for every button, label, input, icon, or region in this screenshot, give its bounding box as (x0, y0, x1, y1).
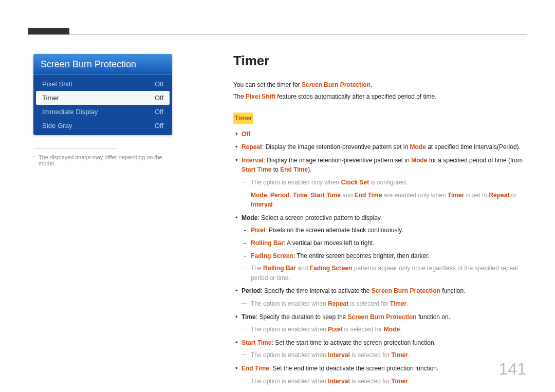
keyword-mode: Mode (384, 326, 400, 333)
osd-menu-body: Pixel Shift Off Timer Off Immediate Disp… (33, 74, 172, 135)
keyword-mode: Mode (411, 157, 427, 164)
text: is configured. (369, 179, 408, 186)
section-marker (28, 28, 69, 34)
keyword-rolling-bar: Rolling Bar (263, 265, 296, 272)
keyword-timer: Timer (390, 300, 406, 307)
menu-row-label: Side Gray (42, 122, 72, 129)
keyword-time: Time (242, 313, 256, 321)
text: : Set the start time to activate the scr… (271, 339, 436, 346)
text: : Pixels on the screen alternate black c… (265, 227, 403, 234)
text: . (371, 81, 372, 88)
intro-paragraph: You can set the timer for Screen Burn Pr… (233, 80, 526, 101)
keyword-repeat: Repeat (489, 192, 509, 199)
keyword-end-time: End Time (355, 192, 382, 199)
text: : Display the image retention-preventive… (264, 157, 411, 164)
text: : The entire screen becomes brighter, th… (293, 252, 430, 259)
keyword-interval: Interval (242, 157, 264, 164)
text: feature stops automatically after a spec… (275, 93, 437, 100)
text: is selected for (350, 378, 392, 385)
keyword-timer: Timer (392, 351, 408, 359)
keyword-repeat: Repeat (242, 143, 262, 151)
text: to (271, 166, 280, 173)
header-rule (28, 34, 527, 35)
text: and (296, 265, 310, 272)
text: . (273, 201, 274, 208)
text: The option is enabled only when (251, 179, 341, 186)
sub-option-pixel: Pixel: Pixels on the screen alternate bl… (242, 226, 526, 235)
text: The (251, 265, 263, 272)
menu-row-label: Immediate Display (42, 108, 98, 116)
text: : Select a screen protective pattern to … (257, 214, 382, 221)
keyword-start-time: Start Time (242, 166, 271, 173)
text: for a specified period of time (from (428, 157, 523, 164)
menu-row-side-gray[interactable]: Side Gray Off (36, 119, 170, 133)
keyword-screen-burn-protection: Screen Burn Protection (302, 81, 371, 88)
keyword-end-time: End Time (280, 166, 308, 173)
option-time: Time: Specify the duration to keep the S… (234, 312, 526, 334)
option-end-time: End Time: Set the end time to deactivate… (234, 364, 526, 386)
keyword-mode: Mode (242, 214, 257, 221)
menu-row-value: Off (155, 80, 163, 88)
keyword-start-time: Start Time (242, 339, 271, 346)
text: The option is enabled when (251, 326, 328, 333)
text: are enabled only when (382, 192, 447, 199)
text: is selected for (350, 351, 392, 359)
text: . (406, 300, 408, 307)
keyword-off: Off (242, 130, 250, 138)
text: is selected for (348, 300, 390, 307)
menu-row-value: Off (155, 122, 163, 129)
menu-row-timer[interactable]: Timer Off (36, 91, 170, 105)
text: function. (440, 287, 466, 294)
page-title: Timer (233, 50, 526, 71)
text: . (400, 326, 401, 333)
text: . (408, 351, 410, 359)
note-end-time-enabled: The option is enabled when Interval is s… (242, 377, 526, 386)
sub-option-fading-screen: Fading Screen: The entire screen becomes… (242, 251, 526, 261)
page-number: 141 (499, 360, 526, 379)
menu-row-label: Pixel Shift (42, 80, 72, 88)
keyword-mode: Mode (251, 192, 267, 199)
text: is selected for (342, 326, 384, 333)
text: The option is enabled when (251, 351, 328, 359)
option-off: Off (234, 129, 526, 139)
menu-row-value: Off (155, 108, 163, 116)
keyword-end-time: End Time (242, 365, 269, 372)
option-repeat: Repeat: Display the image retention-prev… (234, 142, 526, 152)
keyword-period: Period (270, 192, 289, 199)
text: : Display the image retention-preventive… (262, 143, 410, 151)
text: : Specify the time interval to activate … (261, 287, 371, 294)
text: : Set the end time to deactivate the scr… (269, 365, 439, 372)
keyword-period: Period (242, 287, 261, 294)
text: : Specify the duration to keep the (256, 313, 348, 321)
keyword-interval: Interval (328, 351, 350, 359)
keyword-screen-burn-protection: Screen Burn Protection (372, 287, 440, 294)
model-disclaimer: The displayed image may differ depending… (33, 154, 172, 166)
keyword-pixel: Pixel (328, 326, 342, 333)
menu-row-value: Off (155, 94, 163, 102)
keyword-interval: Interval (251, 201, 273, 208)
option-mode: Mode: Select a screen protective pattern… (234, 213, 526, 283)
menu-row-label: Timer (42, 94, 59, 102)
keyword-rolling-bar: Rolling Bar (251, 239, 284, 247)
menu-row-immediate-display[interactable]: Immediate Display Off (36, 105, 170, 119)
sub-option-rolling-bar: Rolling Bar: A vertical bar moves left t… (242, 238, 526, 248)
text: The option is enabled when (251, 378, 328, 385)
keyword-pixel-shift: Pixel Shift (246, 93, 275, 100)
text: and (341, 192, 355, 199)
text: . (408, 378, 410, 385)
text: , (307, 192, 311, 199)
keyword-time: Time (293, 192, 307, 199)
note-fields-enabled: Mode, Period, Time, Start Time and End T… (242, 191, 526, 210)
note-period-enabled: The option is enabled when Repeat is sel… (242, 299, 526, 309)
note-time-enabled: The option is enabled when Pixel is sele… (242, 325, 526, 334)
keyword-pixel: Pixel (251, 227, 265, 234)
text: The (233, 93, 246, 100)
menu-row-pixel-shift[interactable]: Pixel Shift Off (36, 77, 170, 91)
keyword-fading-screen: Fading Screen (310, 265, 353, 272)
text: : A vertical bar moves left to right. (284, 239, 375, 247)
options-list: Off Repeat: Display the image retention-… (233, 129, 526, 386)
note-start-time-enabled: The option is enabled when Interval is s… (242, 350, 526, 360)
osd-menu: Screen Burn Protection Pixel Shift Off T… (33, 54, 172, 135)
note-clock-set: The option is enabled only when Clock Se… (242, 178, 526, 188)
text: or (509, 192, 516, 199)
